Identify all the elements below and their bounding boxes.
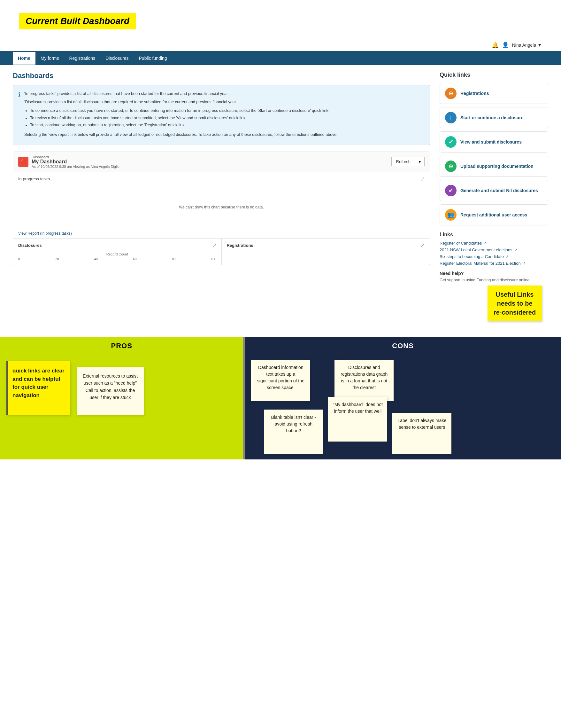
quick-link-registrations[interactable]: ⊕ Registrations (440, 83, 548, 104)
user-access-icon: 👥 (445, 209, 456, 221)
start-disclosure-label: Start or continue a disclosure (460, 115, 524, 120)
page-title: Current Built Dashboard (26, 16, 129, 26)
cons-note-4: "My dashboard" does not inform the user … (328, 397, 387, 442)
dashboard-card-title-block: Dashboard My Dashboard As of 10/05/2022 … (32, 155, 120, 168)
ext-link-icon-2: ↗ (514, 248, 517, 252)
refresh-dropdown-button[interactable]: ▼ (415, 157, 425, 166)
refresh-button[interactable]: Refresh (391, 157, 416, 166)
dashboard-card: 🔴 Dashboard My Dashboard As of 10/05/202… (13, 152, 430, 265)
nav-home[interactable]: Home (13, 52, 35, 65)
charts-row: Disclosures ⤢ Record Count 0 20 40 60 80… (13, 238, 430, 265)
quick-links-title: Quick links (440, 72, 548, 78)
link-register-candidates[interactable]: Register of Candidates ↗ (440, 241, 548, 246)
link-six-steps[interactable]: Six steps to becoming a Candidate ↗ (440, 254, 548, 259)
dashboard-card-title: My Dashboard (32, 159, 120, 165)
view-report-link[interactable]: View Report (In progress tasks) (13, 229, 430, 238)
info-bullet-1: To commence a disclosure task you have n… (30, 107, 338, 114)
registrations-label: Registrations (227, 243, 253, 248)
right-panel: Quick links ⊕ Registrations ↑ Start or c… (440, 72, 548, 321)
info-bullet-3: To start, continue working on, or submit… (30, 121, 338, 129)
nav-public-funding[interactable]: Public funding (134, 52, 172, 65)
start-disclosure-icon: ↑ (445, 112, 456, 123)
link-register-electoral[interactable]: Register Electoral Material for 2021 Ele… (440, 261, 548, 266)
cons-column: CONS Dashboard information text takes up… (245, 337, 561, 459)
view-submit-icon: ✔ (445, 136, 456, 148)
disclosures-label: Disclosures (18, 243, 42, 248)
dashboard-breadcrumb: Dashboard (32, 155, 120, 159)
info-text-3: Selecting the 'view report' link below w… (24, 131, 338, 138)
info-text-2: 'Disclosures' provides a list of all dis… (24, 99, 338, 105)
info-content: 'In progress tasks' provides a list of a… (24, 90, 338, 140)
ext-link-icon-4: ↗ (523, 261, 526, 265)
info-bullet-2: To review a list of all the disclosure t… (30, 114, 338, 122)
cons-note-1: Dashboard information text takes up a si… (251, 360, 310, 401)
need-help-section: Need help? Get support in using Funding … (440, 271, 548, 282)
info-icon: ℹ (18, 91, 20, 140)
info-box: ℹ 'In progress tasks' provides a list of… (13, 85, 430, 145)
quick-link-user-access[interactable]: 👥 Request additional user access (440, 204, 548, 225)
user-name[interactable]: Nina Angela ▼ (512, 43, 542, 48)
registrations-expand-icon[interactable]: ⤢ (420, 242, 425, 248)
quick-link-nil-disclosures[interactable]: ✔ Generate and submit Nil disclosures (440, 180, 548, 201)
disclosures-chart-box: Disclosures ⤢ Record Count 0 20 40 60 80… (13, 239, 222, 265)
links-section: Links Register of Candidates ↗ 2021 NSW … (440, 232, 548, 266)
expand-icon[interactable]: ⤢ (420, 176, 425, 182)
page-heading: Current Built Dashboard (19, 13, 136, 29)
pros-header: PROS (0, 337, 243, 355)
in-progress-label: In progress tasks (18, 176, 50, 181)
upload-label: Upload supporting documentation (460, 164, 534, 169)
nav-disclosures[interactable]: Disclosures (100, 52, 134, 65)
cons-note-3: Blank table isn't clear - avoid using re… (264, 410, 323, 454)
dashboard-card-header: 🔴 Dashboard My Dashboard As of 10/05/202… (13, 152, 430, 172)
nav-registrations[interactable]: Registrations (64, 52, 100, 65)
pros-note-1: quick links are clear and can be helpful… (6, 361, 70, 415)
need-help-title: Need help? (440, 271, 548, 276)
nav-bar: Home My forms Registrations Disclosures … (0, 51, 561, 65)
dashboard-icon: 🔴 (18, 157, 28, 167)
cons-note-2: Disclosures and registrations data graph… (334, 360, 393, 401)
record-count-label: Record Count (18, 252, 216, 256)
pros-note-2: External resources to assist user such a… (77, 367, 144, 415)
no-data-message: We can't draw this chart because there i… (179, 205, 264, 209)
ext-link-icon-3: ↗ (506, 254, 509, 259)
left-panel: Dashboards ℹ 'In progress tasks' provide… (13, 72, 430, 321)
registrations-link-label: Registrations (460, 91, 489, 96)
dashboard-card-header-left: 🔴 Dashboard My Dashboard As of 10/05/202… (18, 155, 120, 168)
cons-header: CONS (245, 337, 561, 355)
dashboard-section-title: Dashboards (13, 72, 430, 80)
registrations-chart-header: Registrations ⤢ (227, 242, 425, 248)
disclosures-chart-header: Disclosures ⤢ (18, 242, 216, 248)
user-icon: 👤 (502, 42, 509, 49)
cons-note-5: Label don't always make sense to externa… (392, 413, 451, 454)
info-text-1: 'In progress tasks' provides a list of a… (24, 90, 338, 97)
view-submit-label: View and submit disclosures (460, 139, 522, 145)
upload-icon: ⊕ (445, 160, 456, 172)
pros-column: PROS quick links are clear and can be he… (0, 337, 243, 459)
main-content: Dashboards ℹ 'In progress tasks' provide… (0, 65, 561, 328)
quick-link-upload[interactable]: ⊕ Upload supporting documentation (440, 156, 548, 177)
in-progress-header: In progress tasks ⤢ (13, 172, 430, 186)
ext-link-icon-1: ↗ (484, 241, 487, 245)
dashboard-card-date: As of 10/05/2022 9:38 am Viewing as Nina… (32, 165, 120, 168)
quick-link-start-disclosure[interactable]: ↑ Start or continue a disclosure (440, 107, 548, 128)
registrations-chart-box: Registrations ⤢ (222, 239, 430, 265)
user-bar: 🔔 👤 Nina Angela ▼ (0, 39, 561, 51)
nil-disclosures-icon: ✔ (445, 185, 456, 196)
links-title: Links (440, 232, 548, 238)
nav-my-forms[interactable]: My forms (35, 52, 64, 65)
disclosures-expand-icon[interactable]: ⤢ (212, 242, 216, 248)
need-help-text: Get support in using Funding and disclos… (440, 278, 548, 282)
bell-icon: 🔔 (492, 42, 499, 49)
chart-placeholder: We can't draw this chart because there i… (13, 186, 430, 229)
nil-disclosures-label: Generate and submit Nil disclosures (460, 188, 538, 193)
user-access-label: Request additional user access (460, 212, 527, 217)
refresh-group: Refresh ▼ (391, 157, 425, 166)
useful-links-note: Useful Links needs to be re-considered (487, 286, 542, 321)
registrations-icon: ⊕ (445, 88, 456, 99)
link-nsw-elections[interactable]: 2021 NSW Local Government elections ↗ (440, 247, 548, 252)
pros-cons-section: PROS quick links are clear and can be he… (0, 337, 561, 459)
axis-labels: 0 20 40 60 80 100 (18, 257, 216, 261)
quick-link-view-submit[interactable]: ✔ View and submit disclosures (440, 131, 548, 153)
